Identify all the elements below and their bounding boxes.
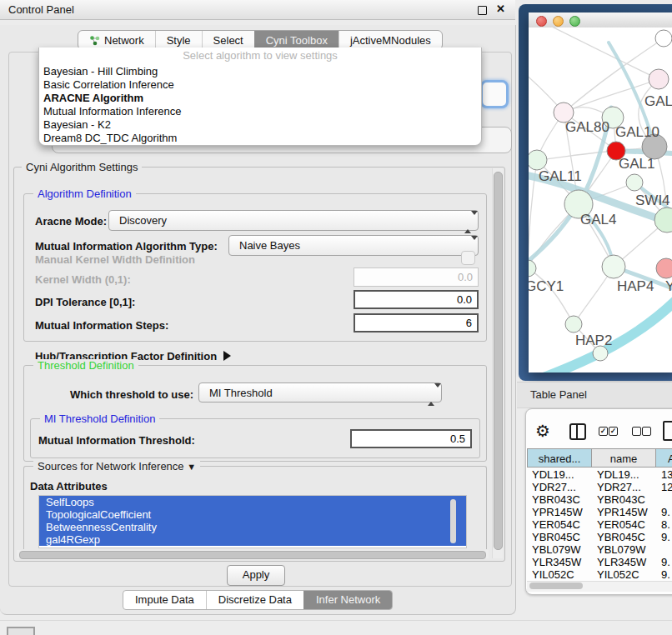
mi-threshold-field[interactable]: 0.5 — [350, 429, 472, 448]
network-view-window: GALGAL80GAL10GAL1GAL11SWI4GAL4GCY1HAP4YH… — [529, 12, 672, 372]
node-gcy1[interactable] — [529, 260, 536, 277]
combo-arrows-icon — [428, 388, 436, 402]
which-threshold-label: Which threshold to use: — [70, 388, 193, 401]
minimized-panel-icon[interactable] — [7, 627, 35, 635]
attribute-item-topologicalcoefficient[interactable]: TopologicalCoefficient — [39, 508, 466, 521]
node-hap2[interactable] — [565, 316, 582, 332]
node-label-gal80: GAL80 — [565, 119, 609, 135]
algorithm-option-aracne-algorithm[interactable]: ARACNE Algorithm — [43, 92, 477, 105]
tab-cyni-toolbox[interactable]: Cyni Toolbox — [254, 31, 339, 49]
focused-toolbar-button[interactable] — [480, 80, 509, 108]
which-threshold-combo[interactable]: MI Threshold — [198, 382, 442, 402]
deselect-all-checkbox-icon[interactable] — [632, 427, 641, 436]
tab-style[interactable]: Style — [155, 31, 202, 49]
table-row[interactable]: YIL052CYIL052C9. — [527, 568, 672, 581]
aracne-mode-value: Discovery — [119, 214, 167, 227]
table-row[interactable]: YBR045CYBR045C9. — [527, 531, 672, 543]
data-attributes-list[interactable]: SelfLoopsTopologicalCoefficientBetweenne… — [38, 495, 467, 548]
tab-network[interactable]: Network — [78, 31, 155, 49]
algorithm-option-dream8-dc-tdc-algorithm[interactable]: Dream8 DC_TDC Algorithm — [43, 132, 477, 145]
table-row[interactable]: YDR27...YDR27...12 — [527, 481, 672, 493]
network-tab-icon — [89, 35, 100, 46]
mi-type-label: Mutual Information Algorithm Type: — [35, 240, 218, 252]
node-swi4[interactable] — [626, 174, 643, 191]
algorithm-option-bayesian-k2[interactable]: Bayesian - K2 — [43, 118, 477, 132]
table-row[interactable]: YBL079WYBL079W — [527, 543, 672, 556]
select-all-checkbox-icon[interactable]: ✓ — [599, 427, 608, 436]
column-header-name[interactable]: name — [592, 448, 656, 468]
tab-discretize-data[interactable]: Discretize Data — [206, 591, 303, 609]
apply-button[interactable]: Apply — [227, 565, 285, 586]
manual-kernel-label: Manual Kernel Width Definition — [35, 253, 195, 266]
dpi-tolerance-field[interactable]: 0.0 — [354, 290, 479, 309]
tab-label: Cyni Toolbox — [266, 34, 328, 47]
table-panel-titlebar: Table Panel — [517, 382, 672, 408]
table-row[interactable]: YBR043CYBR043C — [527, 493, 672, 506]
table-cell: YDR27... — [527, 481, 592, 493]
node-top-partial[interactable] — [655, 30, 672, 47]
cyni-algorithm-settings-title: Cyni Algorithm Settings — [22, 161, 142, 173]
algorithm-definition-title: Algorithm Definition — [33, 188, 136, 200]
tab-label: Style — [167, 34, 191, 47]
algorithm-option-bayesian-hill-climbing[interactable]: Bayesian - Hill Climbing — [43, 65, 477, 78]
network-canvas[interactable]: GALGAL80GAL10GAL1GAL11SWI4GAL4GCY1HAP4YH… — [529, 28, 672, 372]
attribute-item-selfloops[interactable]: SelfLoops — [39, 496, 466, 508]
node-gal11[interactable] — [529, 150, 547, 170]
table-function-icon[interactable] — [663, 421, 672, 441]
node-label-gal11: GAL11 — [539, 168, 582, 184]
tab-label: Select — [213, 34, 243, 47]
table-horizontal-scrollbar-thumb[interactable] — [529, 582, 583, 589]
manual-kernel-checkbox[interactable] — [461, 251, 475, 265]
control-panel-titlebar: Control Panel ✕ — [0, 0, 515, 20]
kernel-width-field[interactable]: 0.0 — [354, 268, 479, 287]
table-cell: 13 — [656, 468, 672, 481]
gear-icon[interactable]: ⚙ — [535, 421, 550, 441]
sources-group-toggle[interactable]: Sources for Network Inference ▼ — [33, 460, 200, 472]
settings-horizontal-scrollbar-thumb[interactable] — [19, 551, 486, 559]
table-cell: 8. — [656, 518, 672, 531]
node-gal-pink[interactable] — [649, 69, 669, 89]
table-row[interactable]: YLR345WYLR345W9. — [527, 556, 672, 568]
table-row[interactable]: YER054CYER054C8. — [527, 518, 672, 531]
tab-impute-data[interactable]: Impute Data — [123, 591, 206, 609]
column-header-a[interactable]: A — [656, 448, 672, 468]
algorithm-dropdown-items: Bayesian - Hill ClimbingBasic Correlatio… — [43, 65, 477, 145]
table-cell: YBR043C — [592, 493, 656, 506]
node-label-gal10: GAL10 — [615, 124, 659, 140]
table-cell: YBL079W — [592, 543, 656, 556]
tab-select[interactable]: Select — [202, 31, 254, 49]
table-cell: YBR045C — [527, 531, 592, 543]
table-row[interactable]: YPR145WYPR145W9. — [527, 506, 672, 518]
mi-steps-field[interactable]: 6 — [354, 313, 479, 332]
node-hap4[interactable] — [602, 255, 625, 278]
float-window-icon[interactable] — [478, 6, 487, 15]
algorithm-option-basic-correlation-inference[interactable]: Basic Correlation Inference — [43, 78, 477, 92]
node-salmon[interactable] — [656, 258, 672, 278]
table-cell: YPR145W — [527, 506, 592, 518]
table-cell: YDL19... — [592, 468, 656, 481]
table-cell: YIL052C — [527, 568, 592, 581]
close-window-button[interactable] — [536, 16, 547, 27]
table-cell: YPR145W — [592, 506, 656, 518]
tab-jactivemnodules[interactable]: jActiveMNodules — [339, 31, 442, 49]
columns-icon[interactable] — [569, 423, 586, 440]
zoom-window-button[interactable] — [569, 16, 580, 27]
aracne-mode-combo[interactable]: Discovery — [108, 210, 479, 231]
node-label-hap4: HAP4 — [617, 278, 654, 294]
minimize-window-button[interactable] — [553, 16, 564, 27]
settings-vertical-scrollbar-thumb[interactable] — [494, 172, 503, 550]
mi-type-combo[interactable]: Naive Bayes — [228, 235, 479, 256]
table-cell: 12 — [656, 481, 672, 493]
attribute-list-scrollbar-thumb[interactable] — [450, 499, 456, 543]
which-threshold-value: MI Threshold — [209, 387, 273, 399]
close-icon[interactable]: ✕ — [496, 2, 505, 15]
network-window-titlebar — [529, 12, 672, 28]
attribute-item-gal4rgexp[interactable]: gal4RGexp — [39, 533, 466, 546]
column-header-shared[interactable]: shared... — [527, 448, 592, 468]
algorithm-option-mutual-information-inference[interactable]: Mutual Information Inference — [43, 105, 477, 118]
attribute-item-betweennesscentrality[interactable]: BetweennessCentrality — [39, 521, 466, 533]
table-row[interactable]: YDL19...YDL19...13 — [527, 468, 672, 481]
table-cell: YBL079W — [527, 543, 592, 556]
tab-infer-network[interactable]: Infer Network — [303, 591, 392, 609]
table-cell: YBR045C — [592, 531, 656, 543]
